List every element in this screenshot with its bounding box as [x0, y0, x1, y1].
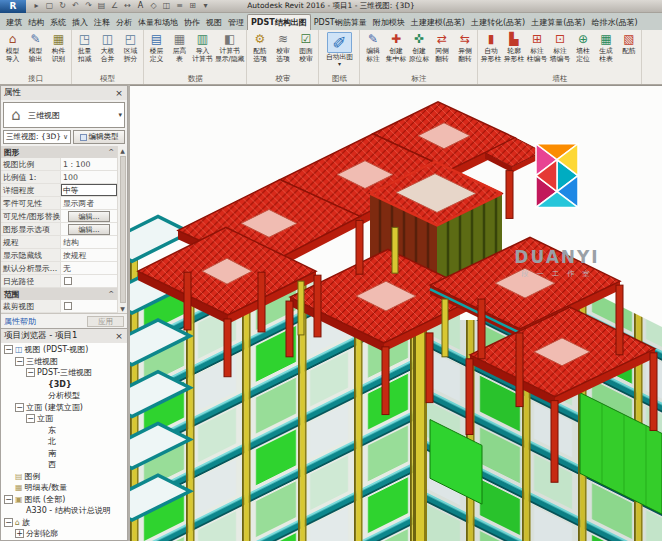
tree-item[interactable]: −⌂族 [1, 517, 127, 529]
property-value[interactable]: 100 [61, 171, 117, 183]
undo-icon[interactable]: ↶ [70, 0, 81, 12]
ribbon-tab-9[interactable]: 视图 [203, 15, 225, 30]
element-recognize-button[interactable]: ▦构件识别 [47, 31, 70, 73]
type-selector[interactable]: ⌂ 三维视图 ▾ [3, 102, 125, 128]
sheet-review-button[interactable]: ☑图面校审 [294, 31, 317, 73]
collapse-icon[interactable]: ^ [108, 148, 114, 156]
batch-deduct-button[interactable]: ◳批量扣减 [73, 31, 96, 73]
ribbon-tab-1[interactable]: 建筑 [3, 15, 25, 30]
ribbon-tab-7[interactable]: 体量和场地 [135, 15, 181, 30]
tree-item[interactable]: −PDST-三维视图 [1, 367, 127, 379]
tree-expander[interactable]: − [26, 414, 35, 423]
wall-column-locate-button[interactable]: ⊕墙柱定位 [571, 31, 594, 73]
rebar-detail-button[interactable]: ▧配筋 [617, 31, 640, 73]
ribbon-tab-15[interactable]: 土建转化(品茗) [468, 15, 528, 30]
tree-item[interactable]: ▤图例 [1, 471, 127, 483]
model-import-button[interactable]: ⌂模型导入 [1, 31, 24, 73]
property-value[interactable]: 按规程 [61, 249, 117, 261]
properties-scrollbar[interactable]: ▲ ▼ [117, 146, 127, 313]
edit-button[interactable]: 编辑... [68, 211, 109, 222]
close-icon[interactable]: × [114, 88, 124, 98]
tree-expander[interactable]: + [15, 529, 24, 538]
3d-view-icon[interactable]: ◇ [148, 0, 159, 12]
tree-expander[interactable]: − [4, 495, 13, 504]
save-icon[interactable]: ▢ [44, 0, 55, 12]
tree-item[interactable]: 南 [1, 448, 127, 460]
ribbon-tab-5[interactable]: 注释 [91, 15, 113, 30]
property-value[interactable]: 结构 [61, 236, 117, 248]
scroll-down-icon[interactable]: ▼ [120, 304, 125, 313]
tree-item[interactable]: +分割轮廓 [1, 528, 127, 540]
ribbon-tab-8[interactable]: 协作 [181, 15, 203, 30]
tree-item[interactable]: −立面 [1, 413, 127, 425]
tree-item[interactable]: −▣图纸 (全部) [1, 494, 127, 506]
auto-special-column-button[interactable]: ▮自动异形柱 [479, 31, 502, 73]
outline-special-column-button[interactable]: ▙轮廓异形柱 [502, 31, 525, 73]
more-icon[interactable]: ▾ [200, 0, 211, 12]
property-value[interactable]: 编辑... [61, 210, 117, 222]
tree-item[interactable]: 东 [1, 425, 127, 437]
aligned-dim-icon[interactable]: ↔ [122, 0, 133, 12]
calcbook-toggle-button[interactable]: ◧计算书显示/隐藏 [214, 31, 245, 73]
property-value[interactable]: 显示两者 [61, 197, 117, 209]
tree-expander[interactable]: − [4, 345, 13, 354]
ribbon-tab-2[interactable]: 结构 [25, 15, 47, 30]
redo-icon[interactable]: ↷ [83, 0, 94, 12]
thin-lines-icon[interactable]: ≡ [174, 0, 185, 12]
ribbon-tab-13[interactable]: 附加模块 [370, 15, 408, 30]
import-calcbook-button[interactable]: ▥导入计算书 [191, 31, 214, 73]
model-export-button[interactable]: ✎模型输出 [24, 31, 47, 73]
ribbon-tab-16[interactable]: 土建算量(品茗) [528, 15, 588, 30]
same-side-flip-button[interactable]: ⇄同侧翻转 [430, 31, 453, 73]
measure-icon[interactable]: ∠ [109, 0, 120, 12]
slab-merge-button[interactable]: ◫大板合并 [96, 31, 119, 73]
section-header[interactable]: 范围^ [1, 288, 117, 300]
tree-item[interactable]: 西 [1, 459, 127, 471]
property-value[interactable]: 编辑... [61, 223, 117, 235]
print-icon[interactable]: ▤ [96, 0, 107, 12]
tree-expander[interactable]: − [15, 357, 24, 366]
ribbon-tab-3[interactable]: 系统 [47, 15, 69, 30]
tag-wall-number-button[interactable]: ⊡标注墙编号 [548, 31, 571, 73]
checkbox[interactable] [64, 302, 72, 310]
apply-button[interactable]: 应用 [87, 316, 124, 327]
revit-application-button[interactable]: R [0, 0, 26, 13]
tree-expander[interactable]: − [26, 368, 35, 377]
floor-height-table-button[interactable]: ▦层高表 [168, 31, 191, 73]
tree-item[interactable]: 北 [1, 436, 127, 448]
property-value[interactable]: 1 : 100 [61, 158, 117, 170]
generate-column-table-button[interactable]: ▦生成柱表 [594, 31, 617, 73]
property-value[interactable] [61, 275, 117, 287]
tree-item[interactable]: −三维视图 [1, 356, 127, 368]
section-icon[interactable]: ◫ [161, 0, 172, 12]
section-header[interactable]: 图形^ [1, 146, 117, 158]
edit-type-button[interactable]: 编辑类型 [73, 130, 125, 144]
region-split-button[interactable]: ◰区域拆分 [119, 31, 142, 73]
tree-item[interactable]: {3D} [1, 379, 127, 391]
collapse-icon[interactable]: ^ [108, 290, 114, 298]
ribbon-tab-12[interactable]: PDST钢筋算量 [311, 15, 370, 30]
tree-item[interactable]: A330 - 结构设计总说明 [1, 505, 127, 517]
property-value[interactable]: 无 [61, 262, 117, 274]
ribbon-tab-17[interactable]: 给排水(品茗) [588, 15, 640, 30]
open-icon[interactable]: ▸ [31, 0, 42, 12]
property-value[interactable] [61, 300, 117, 312]
ribbon-tab-10[interactable]: 管理 [225, 15, 247, 30]
tree-item[interactable]: −◫视图 (PDST-视图) [1, 344, 127, 356]
opposite-side-flip-button[interactable]: ⇆异侧翻转 [453, 31, 476, 73]
close-icon[interactable]: × [114, 331, 124, 341]
view-filter-combo[interactable]: 三维视图: {3D} ∨ [3, 130, 71, 144]
tag-column-number-button[interactable]: ⊞标注柱编号 [525, 31, 548, 73]
auto-plot-button[interactable]: ✐自动出图▾ [320, 31, 358, 73]
ribbon-tab-11[interactable]: PDST结构出图 [247, 14, 311, 30]
create-center-tag-button[interactable]: ✚创建集中标 [384, 31, 407, 73]
tree-item[interactable]: ▦明细表/数量 [1, 482, 127, 494]
scroll-thumb[interactable] [120, 156, 126, 303]
drawing-area[interactable]: DUANYI 段 一 工 作 室 [130, 85, 662, 541]
ribbon-tab-4[interactable]: 插入 [69, 15, 91, 30]
review-options-button[interactable]: ≋校审选项 [271, 31, 294, 73]
create-insitu-tag-button[interactable]: ✜创建原位标 [407, 31, 430, 73]
tree-item[interactable]: −立面 (建筑立面) [1, 402, 127, 414]
property-value[interactable]: 中等 [61, 184, 117, 196]
text-icon[interactable]: A [135, 0, 146, 12]
